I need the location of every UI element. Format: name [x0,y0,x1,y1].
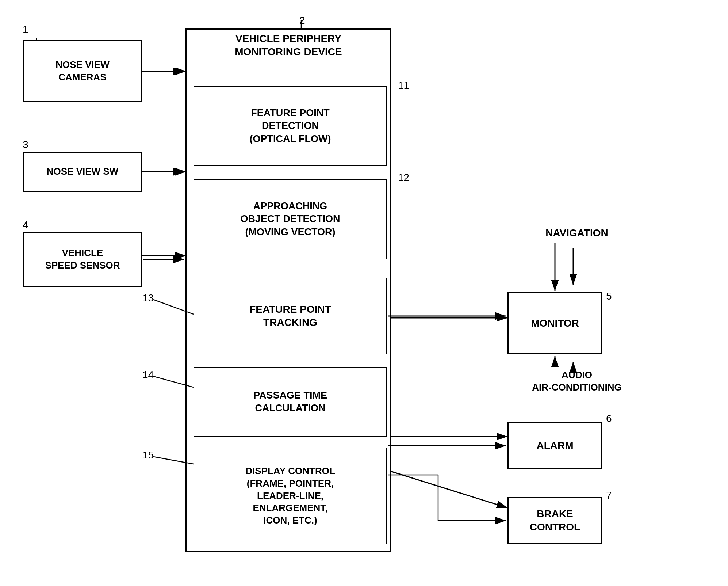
svg-line-7 [391,471,507,508]
ref-7: 7 [606,490,612,501]
alarm-box: ALARM [507,422,602,469]
approaching-object-label: APPROACHINGOBJECT DETECTION(MOVING VECTO… [240,200,340,238]
vehicle-speed-sensor-label: VEHICLESPEED SENSOR [45,247,120,272]
monitor-box: MONITOR [507,292,602,354]
svg-line-14 [153,376,194,387]
feature-point-detection-box: FEATURE POINTDETECTION(OPTICAL FLOW) [194,86,387,166]
ref-13: 13 [142,292,154,304]
ref-5: 5 [606,290,612,302]
feature-point-tracking-box: FEATURE POINTTRACKING [194,278,387,354]
audio-air-conditioning-label: AUDIOAIR-CONDITIONING [518,369,635,394]
navigation-label: NAVIGATION [518,227,635,240]
ref-6: 6 [606,413,612,425]
ref-12: 12 [398,172,409,183]
passage-time-box: PASSAGE TIMECALCULATION [194,367,387,437]
feature-point-tracking-label: FEATURE POINTTRACKING [249,303,331,330]
main-device-label: VEHICLE PERIPHERYMONITORING DEVICE [190,32,387,59]
ref-3: 3 [23,139,28,151]
nose-view-sw-box: NOSE VIEW SW [23,152,142,192]
ref-15: 15 [142,449,154,461]
nose-view-sw-label: NOSE VIEW SW [47,165,118,178]
brake-control-box: BRAKECONTROL [507,497,602,544]
display-control-box: DISPLAY CONTROL(FRAME, POINTER,LEADER-LI… [194,448,387,544]
svg-line-15 [153,457,194,464]
vehicle-speed-sensor-box: VEHICLESPEED SENSOR [23,232,142,287]
feature-point-detection-label: FEATURE POINTDETECTION(OPTICAL FLOW) [250,107,331,145]
svg-line-13 [153,300,194,314]
passage-time-label: PASSAGE TIMECALCULATION [253,389,327,415]
nose-view-cameras-label: NOSE VIEWCAMERAS [55,59,109,84]
ref-1: 1 [23,24,28,35]
ref-4: 4 [23,219,28,231]
alarm-label: ALARM [536,439,573,452]
nose-view-cameras-box: NOSE VIEWCAMERAS [23,40,142,102]
ref-2: 2 [299,15,305,26]
brake-control-label: BRAKECONTROL [530,507,580,534]
display-control-label: DISPLAY CONTROL(FRAME, POINTER,LEADER-LI… [245,465,335,527]
monitor-label: MONITOR [531,317,579,330]
approaching-object-box: APPROACHINGOBJECT DETECTION(MOVING VECTO… [194,179,387,259]
ref-11: 11 [398,80,409,91]
ref-14: 14 [142,369,154,381]
diagram-container: 1 NOSE VIEWCAMERAS 3 NOSE VIEW SW 4 VEHI… [0,0,728,586]
